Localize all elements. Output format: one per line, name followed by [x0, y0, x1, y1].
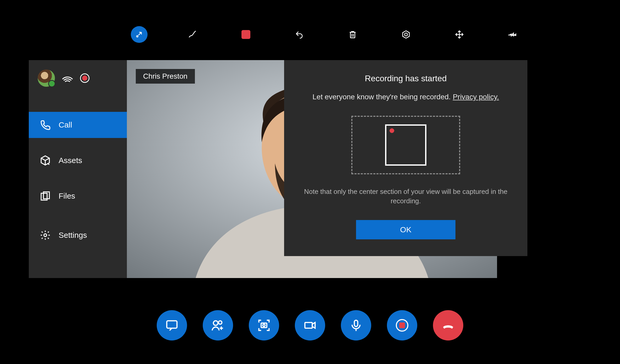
stop-record-icon[interactable]: [238, 26, 254, 43]
capture-center-box: [385, 124, 426, 166]
recording-indicator-icon: [80, 73, 89, 83]
chat-button[interactable]: [157, 310, 187, 340]
sidebar-item-files[interactable]: Files: [29, 183, 127, 209]
svg-rect-11: [167, 321, 177, 328]
microphone-toggle-button[interactable]: [341, 310, 371, 340]
svg-rect-16: [305, 322, 312, 328]
svg-point-5: [44, 234, 47, 237]
end-call-button[interactable]: [433, 310, 463, 340]
sidebar-nav: Call Assets Files: [29, 112, 127, 248]
sidebar-item-label: Call: [59, 120, 72, 129]
call-controls: [157, 310, 463, 340]
top-toolbar: [131, 26, 521, 43]
avatar[interactable]: [38, 70, 55, 87]
svg-point-15: [263, 324, 265, 327]
ink-icon[interactable]: [184, 26, 201, 43]
collapse-icon[interactable]: [131, 26, 148, 43]
recording-dot-icon: [390, 128, 394, 133]
sidebar-item-label: Settings: [59, 231, 87, 240]
sidebar-item-label: Files: [59, 192, 75, 200]
video-toggle-button[interactable]: [295, 310, 325, 340]
sidebar-item-assets[interactable]: Assets: [29, 147, 127, 174]
undo-icon[interactable]: [291, 26, 308, 43]
svg-marker-1: [403, 31, 409, 38]
sidebar-header: [29, 60, 127, 96]
privacy-policy-link[interactable]: Privacy policy.: [453, 93, 499, 101]
svg-point-13: [218, 321, 222, 324]
sidebar-item-label: Assets: [59, 156, 82, 165]
target-icon[interactable]: [398, 26, 414, 43]
add-people-button[interactable]: [203, 310, 233, 340]
svg-rect-17: [354, 320, 358, 327]
svg-point-12: [213, 321, 218, 325]
record-icon: [396, 319, 408, 332]
dialog-title: Recording has started: [301, 74, 511, 83]
sidebar: Call Assets Files: [29, 60, 127, 278]
camera-capture-button[interactable]: [249, 310, 279, 340]
pin-icon[interactable]: [504, 26, 521, 43]
ok-button[interactable]: OK: [356, 220, 455, 239]
sidebar-item-call[interactable]: Call: [29, 112, 127, 138]
dialog-note: Note that only the center section of you…: [301, 187, 511, 206]
participant-name-tag: Chris Preston: [136, 69, 195, 84]
recording-dialog: Recording has started Let everyone know …: [284, 60, 527, 256]
dialog-message-text: Let everyone know they're being recorded…: [313, 93, 453, 101]
participant-name: Chris Preston: [143, 72, 188, 80]
dialog-message: Let everyone know they're being recorded…: [301, 93, 511, 101]
record-toggle-button[interactable]: [387, 310, 417, 340]
svg-point-2: [404, 33, 407, 36]
sidebar-item-settings[interactable]: Settings: [29, 222, 127, 248]
move-icon[interactable]: [451, 26, 468, 43]
trash-icon[interactable]: [344, 26, 361, 43]
connection-icon: [62, 72, 73, 84]
ok-button-label: OK: [400, 225, 411, 234]
capture-area-diagram: [351, 116, 460, 174]
svg-point-0: [137, 36, 138, 37]
